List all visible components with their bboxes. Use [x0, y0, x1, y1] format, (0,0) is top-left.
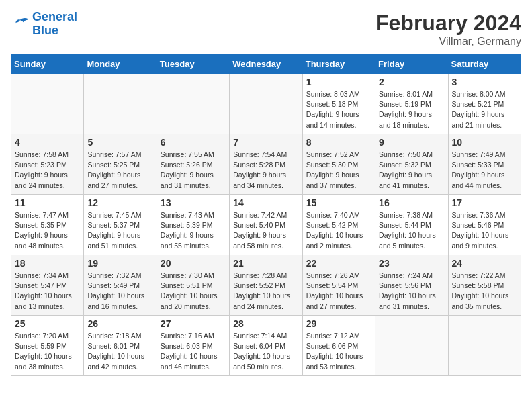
day-number: 13: [161, 197, 226, 208]
weekday-header-saturday: Saturday: [448, 55, 521, 74]
calendar-cell: 7Sunrise: 7:54 AM Sunset: 5:28 PM Daylig…: [230, 134, 302, 195]
calendar-cell: 23Sunrise: 7:24 AM Sunset: 5:56 PM Dayli…: [375, 255, 448, 316]
day-number: 29: [306, 318, 371, 329]
day-info: Sunrise: 8:00 AM Sunset: 5:21 PM Dayligh…: [452, 89, 517, 130]
calendar-cell: [375, 316, 448, 376]
calendar-cell: 11Sunrise: 7:47 AM Sunset: 5:35 PM Dayli…: [11, 195, 84, 255]
calendar-week-2: 4Sunrise: 7:58 AM Sunset: 5:23 PM Daylig…: [11, 134, 521, 195]
weekday-header-friday: Friday: [375, 55, 448, 74]
weekday-header-monday: Monday: [84, 55, 157, 74]
day-info: Sunrise: 7:50 AM Sunset: 5:32 PM Dayligh…: [379, 150, 444, 191]
calendar-cell: 24Sunrise: 7:22 AM Sunset: 5:58 PM Dayli…: [448, 255, 521, 316]
day-number: 4: [15, 137, 80, 148]
weekday-header-wednesday: Wednesday: [230, 55, 302, 74]
day-info: Sunrise: 7:49 AM Sunset: 5:33 PM Dayligh…: [452, 150, 517, 191]
day-number: 6: [161, 137, 226, 148]
calendar-cell: 21Sunrise: 7:28 AM Sunset: 5:52 PM Dayli…: [230, 255, 302, 316]
calendar-cell: 1Sunrise: 8:03 AM Sunset: 5:18 PM Daylig…: [302, 74, 375, 134]
day-number: 20: [161, 258, 226, 269]
day-info: Sunrise: 7:54 AM Sunset: 5:28 PM Dayligh…: [233, 150, 298, 191]
day-number: 11: [15, 197, 80, 208]
day-info: Sunrise: 7:12 AM Sunset: 6:06 PM Dayligh…: [306, 331, 371, 372]
calendar-week-1: 1Sunrise: 8:03 AM Sunset: 5:18 PM Daylig…: [11, 74, 521, 134]
day-info: Sunrise: 7:38 AM Sunset: 5:44 PM Dayligh…: [379, 210, 444, 251]
calendar-cell: 10Sunrise: 7:49 AM Sunset: 5:33 PM Dayli…: [448, 134, 521, 195]
day-number: 10: [452, 137, 517, 148]
day-number: 22: [306, 258, 371, 269]
day-info: Sunrise: 7:22 AM Sunset: 5:58 PM Dayligh…: [452, 271, 517, 312]
calendar-cell: 5Sunrise: 7:57 AM Sunset: 5:25 PM Daylig…: [84, 134, 157, 195]
day-number: 21: [233, 258, 298, 269]
day-info: Sunrise: 7:55 AM Sunset: 5:26 PM Dayligh…: [161, 150, 226, 191]
day-number: 2: [379, 77, 444, 87]
day-info: Sunrise: 7:30 AM Sunset: 5:51 PM Dayligh…: [161, 271, 226, 312]
day-number: 1: [306, 77, 371, 87]
day-info: Sunrise: 8:01 AM Sunset: 5:19 PM Dayligh…: [379, 89, 444, 130]
day-number: 18: [15, 258, 80, 269]
calendar-cell: 2Sunrise: 8:01 AM Sunset: 5:19 PM Daylig…: [375, 74, 448, 134]
day-number: 12: [87, 197, 152, 208]
logo-bird-icon: [11, 15, 30, 34]
day-info: Sunrise: 7:16 AM Sunset: 6:03 PM Dayligh…: [161, 331, 226, 372]
day-number: 26: [87, 318, 152, 329]
day-info: Sunrise: 7:24 AM Sunset: 5:56 PM Dayligh…: [379, 271, 444, 312]
calendar-week-5: 25Sunrise: 7:20 AM Sunset: 5:59 PM Dayli…: [11, 316, 521, 376]
calendar-cell: 25Sunrise: 7:20 AM Sunset: 5:59 PM Dayli…: [11, 316, 84, 376]
calendar-cell: [157, 74, 229, 134]
day-info: Sunrise: 7:43 AM Sunset: 5:39 PM Dayligh…: [161, 210, 226, 251]
calendar-cell: [230, 74, 302, 134]
weekday-header-thursday: Thursday: [302, 55, 375, 74]
calendar-cell: [84, 74, 157, 134]
day-number: 19: [87, 258, 152, 269]
calendar-cell: 18Sunrise: 7:34 AM Sunset: 5:47 PM Dayli…: [11, 255, 84, 316]
calendar-cell: 8Sunrise: 7:52 AM Sunset: 5:30 PM Daylig…: [302, 134, 375, 195]
day-info: Sunrise: 7:36 AM Sunset: 5:46 PM Dayligh…: [452, 210, 517, 251]
day-number: 8: [306, 137, 371, 148]
calendar-cell: 28Sunrise: 7:14 AM Sunset: 6:04 PM Dayli…: [230, 316, 302, 376]
calendar-cell: 17Sunrise: 7:36 AM Sunset: 5:46 PM Dayli…: [448, 195, 521, 255]
day-info: Sunrise: 7:32 AM Sunset: 5:49 PM Dayligh…: [87, 271, 152, 312]
calendar-cell: [448, 316, 521, 376]
day-number: 23: [379, 258, 444, 269]
day-info: Sunrise: 7:52 AM Sunset: 5:30 PM Dayligh…: [306, 150, 371, 191]
calendar-cell: 26Sunrise: 7:18 AM Sunset: 6:01 PM Dayli…: [84, 316, 157, 376]
weekday-header-row: SundayMondayTuesdayWednesdayThursdayFrid…: [11, 55, 521, 74]
calendar-cell: 3Sunrise: 8:00 AM Sunset: 5:21 PM Daylig…: [448, 74, 521, 134]
day-info: Sunrise: 7:34 AM Sunset: 5:47 PM Dayligh…: [15, 271, 80, 312]
day-number: 5: [87, 137, 152, 148]
day-info: Sunrise: 7:40 AM Sunset: 5:42 PM Dayligh…: [306, 210, 371, 251]
calendar-cell: 13Sunrise: 7:43 AM Sunset: 5:39 PM Dayli…: [157, 195, 229, 255]
day-number: 14: [233, 197, 298, 208]
location-subtitle: Villmar, Germany: [375, 36, 521, 48]
day-number: 28: [233, 318, 298, 329]
day-info: Sunrise: 7:18 AM Sunset: 6:01 PM Dayligh…: [87, 331, 152, 372]
calendar-cell: 9Sunrise: 7:50 AM Sunset: 5:32 PM Daylig…: [375, 134, 448, 195]
calendar-cell: 4Sunrise: 7:58 AM Sunset: 5:23 PM Daylig…: [11, 134, 84, 195]
weekday-header-tuesday: Tuesday: [157, 55, 229, 74]
day-number: 3: [452, 77, 517, 87]
day-info: Sunrise: 7:45 AM Sunset: 5:37 PM Dayligh…: [87, 210, 152, 251]
logo: General Blue: [11, 11, 77, 38]
calendar-cell: 6Sunrise: 7:55 AM Sunset: 5:26 PM Daylig…: [157, 134, 229, 195]
calendar-cell: 22Sunrise: 7:26 AM Sunset: 5:54 PM Dayli…: [302, 255, 375, 316]
calendar-cell: 27Sunrise: 7:16 AM Sunset: 6:03 PM Dayli…: [157, 316, 229, 376]
weekday-header-sunday: Sunday: [11, 55, 84, 74]
title-section: February 2024 Villmar, Germany: [375, 11, 521, 48]
day-number: 25: [15, 318, 80, 329]
calendar-week-4: 18Sunrise: 7:34 AM Sunset: 5:47 PM Dayli…: [11, 255, 521, 316]
calendar-cell: 20Sunrise: 7:30 AM Sunset: 5:51 PM Dayli…: [157, 255, 229, 316]
day-number: 7: [233, 137, 298, 148]
day-info: Sunrise: 7:28 AM Sunset: 5:52 PM Dayligh…: [233, 271, 298, 312]
calendar-table: SundayMondayTuesdayWednesdayThursdayFrid…: [11, 54, 521, 376]
day-number: 9: [379, 137, 444, 148]
day-info: Sunrise: 7:58 AM Sunset: 5:23 PM Dayligh…: [15, 150, 80, 191]
day-info: Sunrise: 8:03 AM Sunset: 5:18 PM Dayligh…: [306, 89, 371, 130]
day-number: 24: [452, 258, 517, 269]
calendar-week-3: 11Sunrise: 7:47 AM Sunset: 5:35 PM Dayli…: [11, 195, 521, 255]
day-info: Sunrise: 7:42 AM Sunset: 5:40 PM Dayligh…: [233, 210, 298, 251]
calendar-cell: 15Sunrise: 7:40 AM Sunset: 5:42 PM Dayli…: [302, 195, 375, 255]
day-info: Sunrise: 7:57 AM Sunset: 5:25 PM Dayligh…: [87, 150, 152, 191]
page-header: General Blue February 2024 Villmar, Germ…: [11, 11, 521, 48]
day-number: 27: [161, 318, 226, 329]
calendar-cell: 19Sunrise: 7:32 AM Sunset: 5:49 PM Dayli…: [84, 255, 157, 316]
